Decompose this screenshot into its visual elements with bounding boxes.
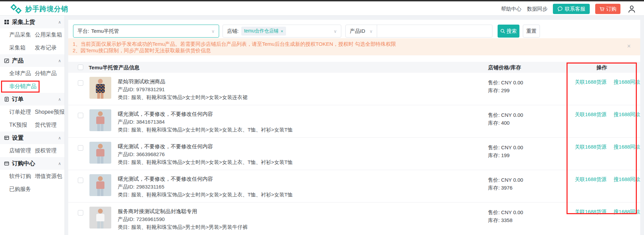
- price-stock: 售价:CNY 0.00 库存:400: [488, 111, 523, 127]
- table-row: 曙光测试，不要修改，不要修改任何内容 产品ID:3663968276 类目:服装…: [68, 138, 640, 170]
- data-sync-link[interactable]: 数据同步: [527, 6, 547, 12]
- section-title: 采集上货: [12, 18, 58, 26]
- row-checkbox[interactable]: [78, 80, 83, 86]
- sidebar-item-auth-management[interactable]: 授权管理: [35, 144, 65, 157]
- sidebar-item-tk-forecast[interactable]: TK预报: [9, 119, 35, 132]
- price-value: CNY 0.00: [501, 177, 523, 183]
- sidebar-item-shopee-forecast[interactable]: Shopee预报: [35, 106, 65, 119]
- sidebar-item-product-collect[interactable]: 产品采集: [9, 28, 35, 41]
- sidebar-section-purchase-center[interactable]: 订购中心 ∧: [0, 157, 65, 170]
- product-id-input[interactable]: [381, 28, 488, 34]
- user-avatar-icon[interactable]: [627, 4, 636, 13]
- product-info: 星灿羽测试欧洲商品 产品ID:9797831291 类目:服装、鞋靴和珠宝饰品>…: [118, 78, 247, 101]
- link-1688-source[interactable]: 关联1688货源: [575, 209, 606, 215]
- row-checkbox[interactable]: [78, 113, 83, 118]
- search-button[interactable]: 搜索: [498, 25, 519, 38]
- chevron-up-icon[interactable]: ∧: [58, 136, 61, 140]
- search-1688-same[interactable]: 搜1688同款: [614, 144, 640, 150]
- product-id: 3663968276: [136, 151, 164, 157]
- price-value: CNY 0.00: [501, 144, 523, 150]
- app-root: 妙手跨境分销 帮助中心 数据同步 联系客服: [0, 0, 644, 235]
- link-1688-source[interactable]: 关联1688货源: [575, 144, 606, 150]
- sidebar-section-settings[interactable]: 设置 ∧: [0, 132, 65, 144]
- sidebar-item-freight-management[interactable]: 货代管理: [35, 119, 65, 132]
- subscribe-button[interactable]: 订购: [595, 4, 620, 14]
- product-category: 服装、鞋靴和珠宝饰品>女士时尚>女装>女装上衣、T恤、衬衫>女装T恤: [131, 192, 292, 197]
- row-actions: 关联1688货源 搜1688同款: [575, 111, 640, 118]
- sidebar-section-collect-items: 产品采集 公用采集箱 采集箱 发布记录: [0, 28, 65, 54]
- row-actions: 关联1688货源 搜1688同款: [575, 209, 640, 215]
- product-image: [89, 174, 111, 196]
- sidebar-section-purchase-items: 软件订购 增值资源包 已购服务: [0, 170, 65, 196]
- product-image: [89, 109, 111, 131]
- top-navbar: 妙手跨境分销 帮助中心 数据同步 联系客服: [0, 1, 644, 16]
- product-image: [89, 77, 111, 99]
- search-1688-same[interactable]: 搜1688同款: [614, 111, 640, 117]
- sidebar-item-order-processing[interactable]: 订单处理: [9, 106, 35, 119]
- product-id: 9797831291: [136, 86, 164, 92]
- section-title: 订单: [12, 95, 58, 103]
- sidebar-section-collect[interactable]: 采集上货 ∧: [0, 16, 65, 28]
- stock-value: 3976: [501, 185, 512, 191]
- price-stock: 售价:CNY 0.00 库存:299: [488, 79, 523, 94]
- platform-select[interactable]: 平台: Temu半托管 ∨: [73, 25, 219, 38]
- sidebar-section-orders-items: 订单处理 Shopee预报 TK预报 货代管理: [0, 106, 65, 132]
- link-1688-source[interactable]: 关联1688货源: [575, 111, 606, 117]
- search-1688-same[interactable]: 搜1688同款: [614, 79, 640, 85]
- table-row: 曙光测试，不要修改，不要修改任何内容 产品ID:3841671384 类目:服装…: [68, 105, 640, 138]
- product-info: 曙光测试，不要修改，不要修改任何内容 产品ID:3841671384 类目:服装…: [118, 110, 293, 134]
- chevron-up-icon[interactable]: ∧: [58, 20, 61, 25]
- platform-value: Temu半托管: [91, 28, 119, 34]
- product-category: 服装、鞋靴和珠宝饰品>男士时尚>男装>男装牛仔裤: [131, 224, 247, 230]
- contact-support-button[interactable]: 联系客服: [553, 4, 590, 14]
- link-1688-source[interactable]: 关联1688货源: [575, 79, 606, 85]
- price-stock: 售价:CNY 0.00 库存:3358: [488, 208, 523, 224]
- product-title: 星灿羽测试欧洲商品: [118, 78, 247, 85]
- select-all-checkbox[interactable]: [78, 65, 83, 70]
- table-row: 星灿羽测试欧洲商品 产品ID:9797831291 类目:服装、鞋靴和珠宝饰品>…: [68, 73, 640, 105]
- sidebar-nav: 采集上货 ∧ 产品采集 公用采集箱 采集箱 发布记录 产品 ∧ 全球产品 分销产…: [0, 16, 65, 235]
- notice-line-2: 2、因Temu接口限制，同步产品暂时无法获取最新供货价信息: [73, 47, 627, 54]
- sidebar-item-non-distribution-products[interactable]: 非分销产品: [9, 80, 35, 93]
- sidebar-section-orders[interactable]: 订单 ∧: [0, 93, 65, 106]
- search-1688-same[interactable]: 搜1688同款: [614, 209, 640, 215]
- row-checkbox[interactable]: [78, 210, 83, 216]
- product-title: 曙光测试，不要修改，不要修改任何内容: [118, 110, 293, 118]
- chevron-up-icon[interactable]: ∧: [58, 58, 61, 63]
- chevron-up-icon[interactable]: ∧: [58, 97, 61, 102]
- chevron-down-icon: ∨: [333, 29, 337, 34]
- sidebar-item-public-collect-box[interactable]: 公用采集箱: [35, 28, 65, 41]
- product-title: 曙光测试，不要修改，不要修改任何内容: [118, 175, 293, 183]
- section-title: 产品: [12, 57, 58, 65]
- shop-select[interactable]: 店铺: temu合作仓店铺 × ∨: [223, 25, 341, 38]
- row-checkbox[interactable]: [78, 145, 83, 151]
- stock-value: 299: [501, 87, 510, 93]
- sidebar-section-product[interactable]: 产品 ∧: [0, 54, 65, 67]
- sidebar-item-global-products[interactable]: 全球产品: [9, 67, 35, 80]
- edit-icon: [4, 58, 10, 64]
- stock-value: 3358: [501, 217, 512, 223]
- search-field-select[interactable]: 产品ID ∨: [345, 25, 377, 38]
- search-1688-same[interactable]: 搜1688同款: [614, 176, 640, 182]
- reset-button[interactable]: 重置: [523, 25, 540, 38]
- price-stock: 售价:CNY 0.00 库存:3976: [488, 176, 523, 192]
- sidebar-item-shop-management[interactable]: 店铺管理: [9, 144, 35, 157]
- link-1688-source[interactable]: 关联1688货源: [575, 176, 606, 182]
- chevron-up-icon[interactable]: ∧: [58, 161, 61, 166]
- sidebar-item-collect-box[interactable]: 采集箱: [9, 41, 35, 54]
- price-value: CNY 0.00: [501, 112, 523, 118]
- app-title: 妙手跨境分销: [25, 4, 68, 14]
- banner-close-icon[interactable]: ×: [627, 43, 631, 49]
- tag-close-icon[interactable]: ×: [281, 29, 283, 34]
- sidebar-item-software-order[interactable]: 软件订购: [9, 170, 35, 183]
- sidebar-item-publish-record[interactable]: 发布记录: [35, 41, 65, 54]
- sidebar-item-purchased-services[interactable]: 已购服务: [9, 183, 35, 196]
- help-center-link[interactable]: 帮助中心: [501, 6, 521, 12]
- cart-icon: [599, 6, 604, 12]
- product-id-input-wrap: [377, 25, 492, 38]
- row-checkbox[interactable]: [78, 178, 83, 183]
- stock-value: 199: [501, 152, 510, 158]
- sidebar-item-value-added-pack[interactable]: 增值资源包: [35, 170, 65, 183]
- sidebar-item-distribution-products[interactable]: 分销产品: [35, 67, 65, 80]
- row-actions: 关联1688货源 搜1688同款: [575, 79, 640, 85]
